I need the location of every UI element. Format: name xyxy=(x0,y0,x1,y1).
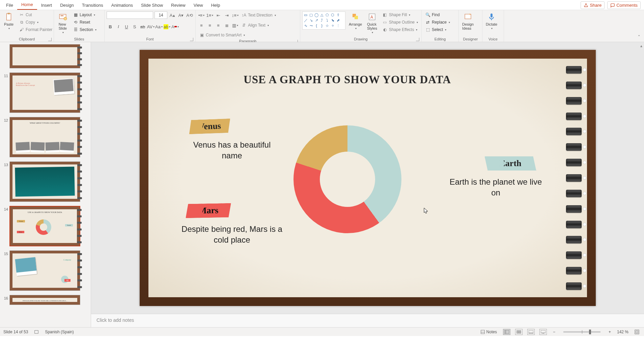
svg-rect-17 xyxy=(519,331,521,332)
share-button[interactable]: Share xyxy=(581,1,605,9)
reading-view-button[interactable] xyxy=(527,329,535,335)
language-label[interactable]: Spanish (Spain) xyxy=(45,330,74,334)
accessibility-button[interactable] xyxy=(33,329,40,335)
tab-home[interactable]: Home xyxy=(17,0,37,10)
decrease-indent-button[interactable]: ⇤ xyxy=(215,11,222,19)
slide-thumbnail-16[interactable]: INFOGRAPHICS MAKE YOUR IDEA UNDERSTANDAB… xyxy=(9,295,80,305)
change-case-button[interactable]: Aa▾ xyxy=(155,23,163,30)
normal-view-button[interactable] xyxy=(503,329,510,335)
dialog-launcher-icon[interactable] xyxy=(416,38,419,41)
font-name-input[interactable] xyxy=(107,11,153,19)
slide-thumbnail-15[interactable]: Company 02 xyxy=(9,250,80,291)
replace-button[interactable]: ⇄Replace▾ xyxy=(424,19,451,26)
zoom-in-button[interactable]: + xyxy=(607,329,612,335)
arrange-button[interactable]: Arrange▾ xyxy=(347,11,363,31)
dialog-launcher-icon[interactable] xyxy=(190,38,193,41)
tab-review[interactable]: Review xyxy=(167,1,190,10)
slide-canvas[interactable]: USE A GRAPH TO SHOW YOUR DATA Venus Venu… xyxy=(140,50,596,306)
tab-insert[interactable]: Insert xyxy=(37,1,56,10)
mars-description[interactable]: Despite being red, Mars is a cold place xyxy=(178,224,286,246)
slide-thumbnail-14[interactable]: USE A GRAPH TO SHOW YOUR DATA Venus Mars… xyxy=(9,206,80,246)
tab-slideshow[interactable]: Slide Show xyxy=(137,1,167,10)
section-button[interactable]: ☰Section▾ xyxy=(72,26,98,33)
shape-fill-button[interactable]: ◧Shape Fill▾ xyxy=(381,11,419,18)
character-spacing-button[interactable]: AV▾ xyxy=(147,23,155,30)
bold-button[interactable]: B xyxy=(107,23,114,30)
group-label-font: Font xyxy=(107,36,193,41)
zoom-slider[interactable] xyxy=(563,331,600,333)
align-text-button[interactable]: ⇵Align Text▾ xyxy=(240,22,270,29)
select-button[interactable]: ⬚Select▾ xyxy=(424,26,451,33)
slide-title[interactable]: USE A GRAPH TO SHOW YOUR DATA xyxy=(148,73,547,86)
collapse-ribbon-button[interactable]: ˄ xyxy=(635,33,643,40)
cut-button[interactable]: ✂Cut xyxy=(18,11,54,18)
underline-button[interactable]: U xyxy=(123,23,130,30)
justify-button[interactable]: ≣ xyxy=(223,22,230,29)
slide-thumbnail-12[interactable]: WHAT ABOUT FOUR COLUMNS? xyxy=(9,117,80,157)
find-button[interactable]: 🔍Find xyxy=(424,11,451,18)
numbering-button[interactable]: 1≡▾ xyxy=(206,11,214,19)
paste-button[interactable]: Paste ▾ xyxy=(2,11,16,31)
slideshow-view-button[interactable] xyxy=(539,329,547,335)
font-size-input[interactable]: 14 xyxy=(155,11,167,19)
slide-position-label: Slide 14 of 53 xyxy=(3,330,28,334)
text-direction-button[interactable]: ↕AText Direction▾ xyxy=(240,12,277,19)
sorter-view-button[interactable] xyxy=(515,329,523,335)
align-right-button[interactable]: ≡ xyxy=(215,22,222,29)
dialog-launcher-icon[interactable] xyxy=(48,38,52,41)
tab-design[interactable]: Design xyxy=(56,1,78,10)
notes-pane[interactable]: Click to add notes xyxy=(91,314,644,327)
line-spacing-button[interactable]: ↕≡▾ xyxy=(231,11,239,19)
align-left-button[interactable]: ≡ xyxy=(198,22,205,29)
tab-help[interactable]: Help xyxy=(207,1,224,10)
columns-button[interactable]: ▥▾ xyxy=(231,22,239,29)
format-painter-button[interactable]: 🖌Format Painter xyxy=(18,26,54,33)
layout-button[interactable]: ▦Layout▾ xyxy=(72,11,98,18)
text-shadow-button[interactable]: S xyxy=(131,23,138,30)
increase-indent-button[interactable]: ⇥ xyxy=(223,11,230,19)
dictate-button[interactable]: Dictate▾ xyxy=(484,11,499,31)
decrease-font-size-button[interactable]: A▾ xyxy=(177,11,185,19)
shapes-gallery[interactable]: ▭▢◯△⬠⬡⇧ ／↘↗⤴⤵⬊⬈ ∿⤳{}☆✧⋮ xyxy=(302,11,345,30)
slide-thumbnail-11[interactable]: A Picture AlwaysReinforces the Concept xyxy=(9,72,80,113)
tab-transitions[interactable]: Transitions xyxy=(78,1,107,10)
scrollbar-thumb[interactable] xyxy=(87,89,90,120)
shape-outline-button[interactable]: ▭Shape Outline▾ xyxy=(381,19,419,26)
earth-description[interactable]: Earth is the planet we live on xyxy=(445,177,547,198)
tab-file[interactable]: File xyxy=(2,1,17,10)
font-color-button[interactable]: A▾ xyxy=(171,23,179,30)
group-label-slides: Slides xyxy=(56,36,102,41)
slide-thumbnails-panel[interactable]: 11 A Picture AlwaysReinforces the Concep… xyxy=(0,42,91,327)
slide-thumbnail[interactable] xyxy=(9,44,80,68)
zoom-level-label[interactable]: 142 % xyxy=(617,330,628,334)
tab-view[interactable]: View xyxy=(190,1,207,10)
convert-smartart-button[interactable]: ▣Convert to SmartArt▾ xyxy=(198,32,246,38)
reset-button[interactable]: ⟲Reset xyxy=(72,19,98,26)
strikethrough-button[interactable]: ab xyxy=(139,23,146,30)
text-highlight-button[interactable]: ab▾ xyxy=(163,23,171,30)
comments-button[interactable]: Comments xyxy=(607,1,641,9)
notebook-binding xyxy=(566,62,589,294)
fit-to-window-button[interactable] xyxy=(633,329,641,335)
clear-formatting-button[interactable]: A⟲ xyxy=(186,11,193,19)
earth-tape-label[interactable]: Earth xyxy=(485,156,536,171)
zoom-out-button[interactable]: − xyxy=(552,329,557,335)
tab-animations[interactable]: Animations xyxy=(107,1,137,10)
mars-tape-label[interactable]: Mars xyxy=(185,203,231,218)
increase-font-size-button[interactable]: A▴ xyxy=(169,11,176,19)
venus-tape-label[interactable]: Venus xyxy=(189,119,230,134)
quick-styles-button[interactable]: A Quick Styles▾ xyxy=(365,11,379,35)
venus-description[interactable]: Venus has a beautiful name xyxy=(185,140,279,161)
notes-toggle-button[interactable]: Notes xyxy=(479,329,498,335)
bullets-button[interactable]: •≡▾ xyxy=(198,11,205,19)
slide-thumbnail-13[interactable] xyxy=(9,161,80,202)
copy-button[interactable]: ⧉Copy▾ xyxy=(18,19,54,26)
design-ideas-button[interactable]: Design Ideas xyxy=(461,11,475,31)
align-center-button[interactable]: ≡ xyxy=(206,22,214,29)
donut-chart[interactable] xyxy=(293,125,401,233)
italic-button[interactable]: I xyxy=(115,23,122,30)
shape-effects-button[interactable]: ◐Shape Effects▾ xyxy=(381,26,419,33)
new-slide-button[interactable]: New Slide ▾ xyxy=(56,11,69,35)
new-slide-label: New Slide xyxy=(59,22,67,30)
scroll-up-button[interactable]: ▴ xyxy=(639,43,644,48)
